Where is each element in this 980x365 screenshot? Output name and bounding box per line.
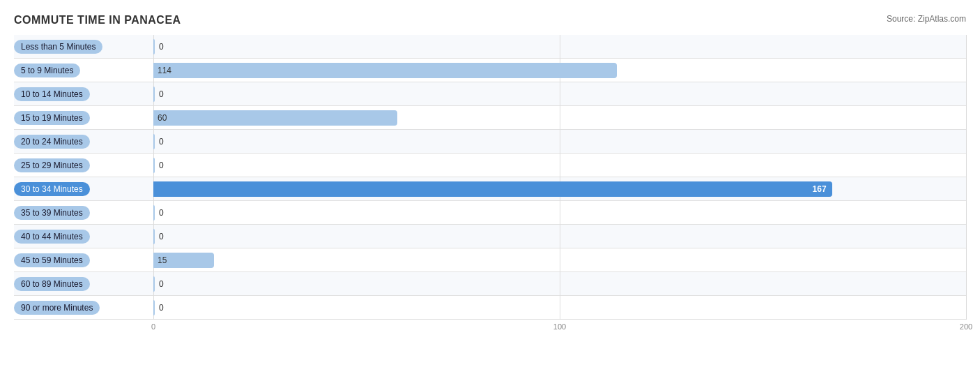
bar-label-wrap: 40 to 44 Minutes: [14, 230, 153, 244]
bar-label-wrap: 25 to 29 Minutes: [14, 158, 153, 172]
bar-fill: [153, 87, 155, 102]
bar-label-pill: 15 to 19 Minutes: [14, 111, 90, 125]
chart-source: Source: ZipAtlas.com: [887, 14, 966, 24]
bar-value-label: 0: [159, 303, 164, 313]
grid-line: [966, 130, 967, 154]
bar-fill: [153, 39, 155, 54]
bar-row: 45 to 59 Minutes15: [14, 248, 966, 272]
grid-line: [560, 225, 560, 248]
grid-line: [966, 177, 967, 201]
bar-value-label: 0: [159, 232, 164, 241]
bar-row: 15 to 19 Minutes60: [14, 106, 966, 130]
bar-label-pill: 90 or more Minutes: [14, 301, 100, 315]
bar-area: 0: [153, 296, 966, 320]
bar-label-pill: 40 to 44 Minutes: [14, 230, 90, 244]
axis-tick-label: 100: [553, 322, 566, 331]
bar-label-wrap: 45 to 59 Minutes: [14, 253, 153, 267]
bar-fill: [153, 300, 155, 315]
grid-line: [560, 201, 560, 225]
axis-tick-label: 0: [151, 322, 155, 331]
bar-area: 167: [153, 177, 966, 201]
bar-area: 0: [153, 82, 966, 106]
bar-row: 20 to 24 Minutes0: [14, 130, 966, 154]
bar-value-label: 0: [159, 89, 164, 99]
chart-container: COMMUTE TIME IN PANACEA Source: ZipAtlas…: [0, 7, 980, 360]
bar-row: 10 to 14 Minutes0: [14, 82, 966, 106]
bar-fill: 114: [153, 63, 617, 78]
bar-label-pill: Less than 5 Minutes: [14, 40, 102, 54]
bar-area: 0: [153, 35, 966, 59]
bar-label-pill: 45 to 59 Minutes: [14, 253, 90, 267]
bar-fill: [153, 229, 155, 244]
bar-fill: [153, 158, 155, 173]
bar-fill: [153, 205, 155, 221]
bar-label-wrap: 35 to 39 Minutes: [14, 206, 153, 220]
bar-fill: [153, 134, 155, 149]
bar-label-wrap: Less than 5 Minutes: [14, 40, 153, 54]
grid-line: [560, 35, 560, 59]
bar-area: 0: [153, 272, 966, 296]
bar-row: 60 to 89 Minutes0: [14, 272, 966, 296]
bar-value-label: 0: [159, 279, 164, 289]
bar-area: 0: [153, 154, 966, 177]
bar-label-wrap: 60 to 89 Minutes: [14, 277, 153, 291]
bar-label-pill: 5 to 9 Minutes: [14, 64, 80, 77]
bar-label-wrap: 15 to 19 Minutes: [14, 111, 153, 125]
bar-label-pill: 60 to 89 Minutes: [14, 277, 90, 291]
chart-header: COMMUTE TIME IN PANACEA Source: ZipAtlas…: [14, 14, 966, 27]
grid-line: [966, 154, 967, 177]
bar-area: 0: [153, 225, 966, 248]
bar-label-wrap: 30 to 34 Minutes: [14, 182, 153, 196]
bar-fill: 167: [153, 181, 832, 197]
bar-area: 114: [153, 59, 966, 82]
bar-value-label: 167: [813, 184, 827, 194]
axis-tick-label: 200: [960, 322, 972, 331]
bar-label-pill: 30 to 34 Minutes: [14, 182, 90, 196]
bar-row: 5 to 9 Minutes114: [14, 59, 966, 82]
grid-line: [560, 82, 560, 106]
grid-line: [966, 201, 967, 225]
bar-label-pill: 10 to 14 Minutes: [14, 87, 90, 101]
bar-row: 40 to 44 Minutes0: [14, 225, 966, 248]
chart-area: Less than 5 Minutes05 to 9 Minutes11410 …: [14, 35, 966, 320]
bar-label-wrap: 90 or more Minutes: [14, 301, 153, 315]
bar-row: Less than 5 Minutes0: [14, 35, 966, 59]
grid-line: [560, 272, 560, 296]
grid-line: [966, 248, 967, 272]
bar-row: 35 to 39 Minutes0: [14, 201, 966, 225]
grid-line: [560, 248, 560, 272]
grid-line: [560, 296, 560, 320]
bar-label-pill: 25 to 29 Minutes: [14, 158, 90, 172]
bar-value-label: 0: [159, 137, 164, 147]
bar-area: 0: [153, 130, 966, 154]
bar-area: 15: [153, 248, 966, 272]
bar-value-label: 0: [159, 42, 164, 52]
grid-line: [560, 154, 560, 177]
bar-row: 30 to 34 Minutes167: [14, 177, 966, 201]
grid-line: [966, 59, 967, 82]
bar-value-label: 60: [158, 113, 167, 123]
axis-labels: 0100200: [153, 322, 966, 339]
bar-value-label: 0: [159, 208, 164, 218]
bar-label-wrap: 20 to 24 Minutes: [14, 135, 153, 149]
grid-line: [560, 130, 560, 154]
bar-label-pill: 20 to 24 Minutes: [14, 135, 90, 149]
bar-area: 0: [153, 201, 966, 225]
bar-area: 60: [153, 106, 966, 130]
bar-value-label: 0: [159, 161, 164, 170]
grid-line: [966, 82, 967, 106]
bar-value-label: 114: [158, 66, 171, 75]
grid-line: [966, 106, 967, 130]
grid-line: [966, 35, 967, 59]
bar-label-wrap: 10 to 14 Minutes: [14, 87, 153, 101]
axis-row: 0100200: [14, 322, 966, 339]
bar-row: 25 to 29 Minutes0: [14, 154, 966, 177]
grid-line: [560, 106, 560, 130]
grid-line: [966, 225, 967, 248]
bar-value-label: 15: [158, 255, 167, 265]
chart-title: COMMUTE TIME IN PANACEA: [14, 14, 181, 27]
bar-label-pill: 35 to 39 Minutes: [14, 206, 90, 220]
bar-fill: 15: [153, 253, 214, 268]
bar-label-wrap: 5 to 9 Minutes: [14, 64, 153, 77]
bar-fill: [153, 276, 155, 292]
